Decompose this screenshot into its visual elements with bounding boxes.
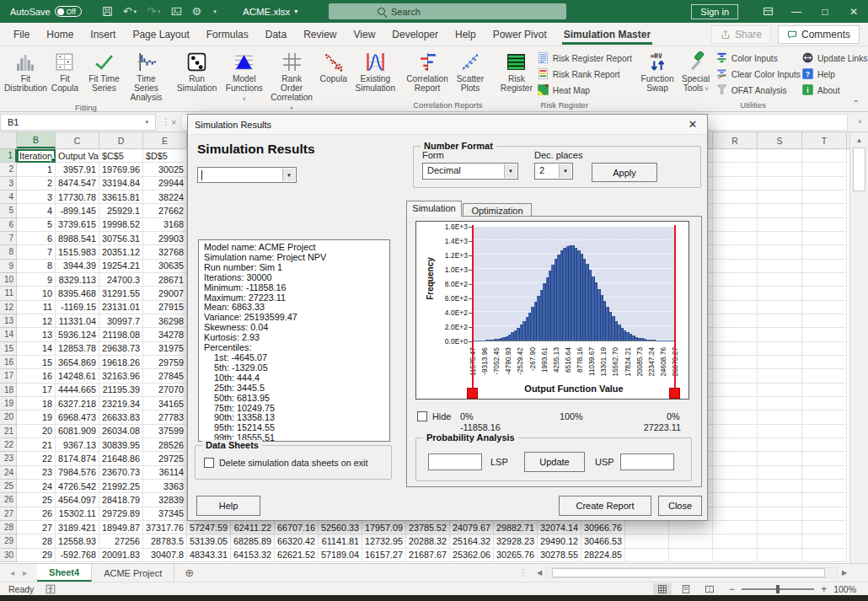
cell-C8[interactable]: 1515.983	[56, 245, 99, 259]
cell-S1[interactable]	[758, 149, 802, 163]
cell-E4[interactable]: 38224	[143, 190, 187, 204]
document-title[interactable]: ACME.xlsx▾	[243, 0, 297, 23]
cell-C12[interactable]: -1169.15	[56, 301, 99, 314]
row-header-16[interactable]: 16	[0, 356, 17, 369]
cell-T1[interactable]	[802, 149, 847, 163]
cell-C10[interactable]: 8329.113	[56, 273, 99, 287]
cell-S4[interactable]	[758, 190, 802, 204]
cell-D27[interactable]: 29729.89	[99, 507, 143, 521]
cell-B13[interactable]: 12	[17, 314, 56, 328]
row-header-11[interactable]: 11	[0, 287, 17, 300]
cell-T29[interactable]	[802, 534, 847, 548]
cell-R18[interactable]	[713, 384, 758, 397]
cell-B8[interactable]: 7	[17, 245, 56, 259]
cell-R5[interactable]	[713, 204, 758, 217]
ribbon-display-options-icon[interactable]	[753, 0, 782, 23]
cell-E13[interactable]: 36298	[143, 314, 187, 328]
cell-R2[interactable]	[713, 163, 758, 176]
ribbon-button-clear-color-inputs[interactable]: Clear Color Inputs	[715, 67, 801, 82]
cell-R3[interactable]	[713, 177, 758, 190]
cell-H30[interactable]: 62621.52	[275, 549, 319, 562]
cell-F28[interactable]: 57247.59	[187, 521, 231, 534]
tab-optimization[interactable]: Optimization	[463, 203, 532, 217]
ribbon-button-risk-register-report[interactable]: Risk Register Report	[537, 51, 632, 66]
cell-G29[interactable]: 68285.89	[231, 534, 275, 548]
cell-D20[interactable]: 26633.83	[99, 411, 143, 424]
help-button[interactable]: Help	[196, 496, 260, 516]
cell-S14[interactable]	[758, 328, 802, 341]
cell-S17[interactable]	[758, 369, 802, 383]
row-header-8[interactable]: 8	[0, 245, 17, 259]
cell-C22[interactable]: 9367.13	[56, 438, 99, 452]
maximize-button[interactable]: □	[811, 0, 839, 23]
cell-T30[interactable]	[802, 549, 847, 562]
row-header-5[interactable]: 5	[0, 204, 17, 217]
cell-J28[interactable]: 17957.09	[362, 521, 406, 534]
row-header-23[interactable]: 23	[0, 452, 17, 465]
cell-T28[interactable]	[802, 521, 847, 534]
qat-customize-icon[interactable]: ▾	[212, 8, 217, 15]
cell-E27[interactable]: 37345	[143, 507, 187, 521]
tab-developer[interactable]: Developer	[383, 23, 447, 46]
cell-S19[interactable]	[758, 397, 802, 411]
ribbon-button-ofat-analysis[interactable]: OFAT Analysis	[715, 83, 801, 98]
cell-E24[interactable]: 36114	[143, 466, 187, 480]
cell-T20[interactable]	[802, 411, 847, 424]
scroll-left-icon[interactable]: ◀	[533, 569, 546, 577]
cell-T16[interactable]	[802, 356, 847, 369]
cell-C4[interactable]: 17730.78	[56, 190, 99, 204]
cell-T6[interactable]	[802, 218, 847, 232]
normal-view-icon[interactable]	[653, 583, 672, 595]
cell-B4[interactable]: 3	[17, 190, 56, 204]
dialog-title-bar[interactable]: Simulation Results ✕	[188, 115, 707, 135]
cell-R24[interactable]	[713, 466, 758, 480]
cell-E25[interactable]: 3363	[143, 480, 187, 493]
cell-R16[interactable]	[713, 356, 758, 369]
cell-E8[interactable]: 32768	[143, 245, 187, 259]
cell-S13[interactable]	[758, 314, 802, 328]
row-header-14[interactable]: 14	[0, 328, 17, 341]
cell-Q28[interactable]	[669, 521, 713, 534]
column-header-t[interactable]: T	[802, 132, 847, 148]
cell-B25[interactable]: 24	[17, 480, 56, 493]
ribbon-button-time-series-analysis[interactable]: Time Series Analysis	[126, 48, 167, 102]
cell-D24[interactable]: 23670.73	[99, 466, 143, 480]
usp-input[interactable]	[620, 453, 674, 470]
cell-D21[interactable]: 26034.08	[99, 425, 143, 438]
combo-dropdown-icon[interactable]: ▼	[282, 169, 295, 181]
cell-D18[interactable]: 21195.39	[99, 384, 143, 397]
row-header-30[interactable]: 30	[0, 549, 17, 562]
cell-T4[interactable]	[802, 190, 847, 204]
cell-E28[interactable]: 37317.76	[143, 521, 187, 534]
tab-home[interactable]: Home	[38, 23, 82, 46]
cell-E14[interactable]: 34278	[143, 328, 187, 341]
cell-C13[interactable]: 11331.04	[56, 314, 99, 328]
column-header-r[interactable]: R	[713, 132, 758, 148]
zoom-slider[interactable]	[742, 588, 814, 590]
cell-C1[interactable]: Output Va	[56, 149, 99, 163]
form-combobox[interactable]: Decimal ▼	[422, 163, 518, 180]
combo-dropdown-icon[interactable]: ▼	[559, 164, 571, 178]
row-header-12[interactable]: 12	[0, 301, 17, 314]
cell-B24[interactable]: 23	[17, 466, 56, 480]
cell-T24[interactable]	[802, 466, 847, 480]
cell-E12[interactable]: 27915	[143, 301, 187, 314]
cell-C6[interactable]: 3739.615	[56, 218, 99, 232]
cell-E17[interactable]: 27845	[143, 369, 187, 383]
cell-E2[interactable]: 30025	[143, 163, 187, 176]
cell-K30[interactable]: 21687.67	[406, 549, 450, 562]
ribbon-button-special-tools[interactable]: Special Tools ˅	[677, 48, 715, 94]
sign-in-button[interactable]: Sign in	[691, 4, 738, 19]
cell-R29[interactable]	[713, 534, 758, 548]
page-break-view-icon[interactable]	[700, 583, 719, 595]
cell-R6[interactable]	[713, 218, 758, 232]
cell-B12[interactable]: 11	[17, 301, 56, 314]
cell-G28[interactable]: 62411.22	[231, 521, 275, 534]
cell-D3[interactable]: 33194.84	[99, 177, 143, 190]
cell-T18[interactable]	[802, 384, 847, 397]
cell-D16[interactable]: 19618.26	[99, 356, 143, 369]
cell-T15[interactable]	[802, 342, 847, 356]
cell-B10[interactable]: 9	[17, 273, 56, 287]
cell-B21[interactable]: 20	[17, 425, 56, 438]
cell-K28[interactable]: 23785.52	[406, 521, 450, 534]
